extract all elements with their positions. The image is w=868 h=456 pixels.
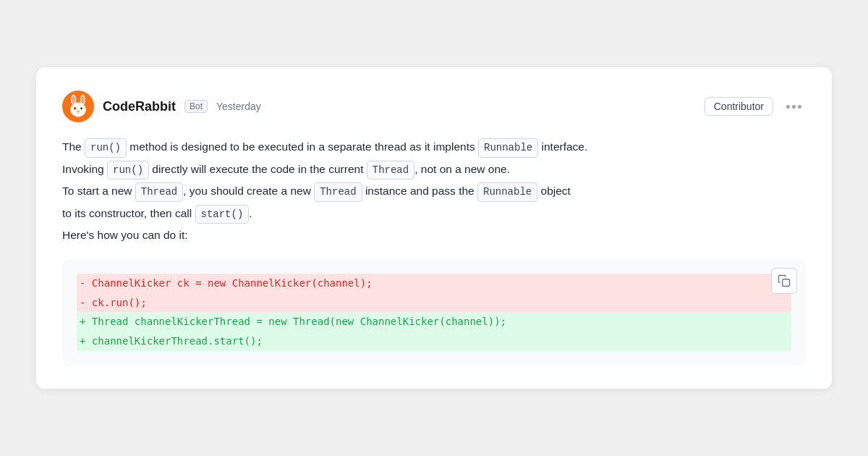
comment-card: CodeRabbit Bot Yesterday Contributor The… [36, 67, 832, 388]
code-block-wrapper: - ChannelKicker ck = new ChannelKicker(c… [62, 259, 806, 365]
copy-button[interactable] [771, 268, 797, 294]
code-removed-1: - ChannelKicker ck = new ChannelKicker(c… [77, 274, 791, 293]
code-runnable2: Runnable [477, 182, 537, 201]
text: instance and pass the [362, 185, 477, 197]
comment-header: CodeRabbit Bot Yesterday Contributor [62, 90, 806, 122]
code-run: run() [85, 138, 127, 157]
text: , not on a new one. [414, 163, 510, 175]
more-options-button[interactable] [782, 102, 806, 111]
author-info: CodeRabbit Bot Yesterday [62, 90, 261, 122]
dot [786, 105, 790, 109]
paragraph-3: To start a new Thread, you should create… [62, 181, 806, 201]
comment-body: The run() method is designed to be execu… [62, 137, 806, 365]
dot [792, 105, 796, 109]
code-thread3: Thread [314, 182, 362, 201]
svg-rect-10 [783, 279, 790, 287]
code-thread: Thread [367, 161, 414, 180]
svg-point-3 [81, 96, 85, 104]
header-actions: Contributor [705, 97, 806, 116]
text: method is designed to be executed in a s… [127, 140, 478, 153]
avatar [62, 90, 94, 122]
bot-badge: Bot [184, 100, 208, 113]
paragraph-2: Invoking run() directly will execute the… [62, 159, 806, 180]
text: The [62, 140, 85, 153]
code-thread2: Thread [135, 182, 183, 201]
svg-point-4 [70, 103, 86, 117]
copy-icon [778, 274, 791, 287]
dot [798, 105, 801, 109]
code-added-2: + channelKickerThread.start(); [77, 332, 791, 351]
text: . [249, 207, 252, 219]
svg-point-8 [81, 108, 82, 109]
text: directly will execute the code in the cu… [149, 163, 367, 175]
text: , you should create a new [183, 185, 314, 197]
code-start: start() [195, 205, 250, 224]
paragraph-1: The run() method is designed to be execu… [62, 137, 806, 157]
timestamp: Yesterday [216, 101, 261, 112]
code-added-1: + Thread channelKickerThread = new Threa… [77, 312, 791, 332]
code-block: - ChannelKicker ck = new ChannelKicker(c… [62, 259, 806, 365]
paragraph-5: Here's how you can do it: [62, 225, 806, 245]
code-run2: run() [107, 161, 149, 180]
author-name: CodeRabbit [103, 99, 176, 114]
text: Invoking [62, 163, 107, 175]
text: to its constructor, then call [62, 207, 195, 219]
contributor-badge: Contributor [705, 97, 773, 116]
svg-point-2 [72, 96, 75, 104]
text: interface. [538, 140, 587, 153]
paragraph-4: to its constructor, then call start(). [62, 203, 806, 224]
svg-point-9 [77, 111, 80, 113]
text: To start a new [62, 185, 135, 197]
text: Here's how you can do it: [62, 229, 188, 241]
code-runnable: Runnable [478, 138, 538, 157]
text: object [537, 185, 571, 197]
code-removed-2: - ck.run(); [77, 293, 791, 313]
svg-point-7 [75, 108, 76, 109]
